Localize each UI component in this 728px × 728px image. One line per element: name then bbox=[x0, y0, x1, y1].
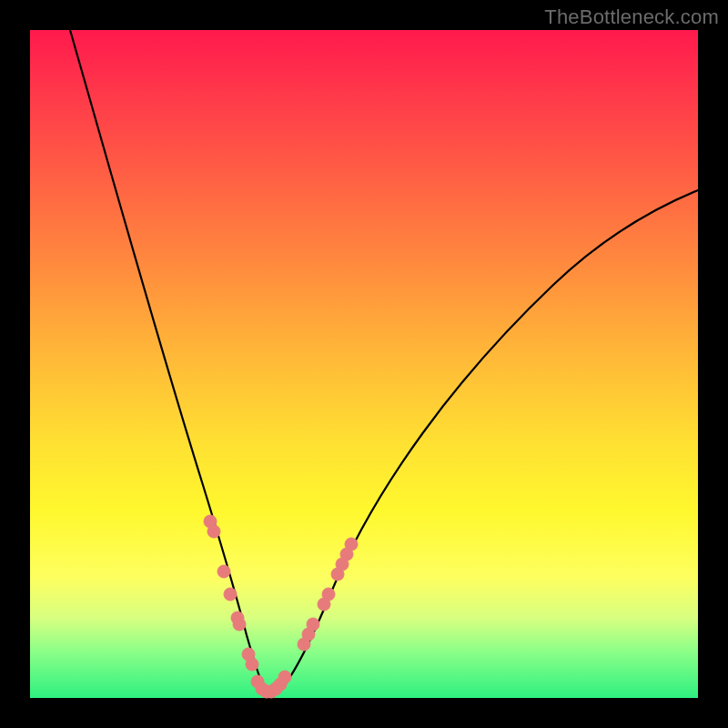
datapoint-markers bbox=[204, 515, 358, 698]
svg-point-19 bbox=[322, 588, 335, 601]
svg-point-5 bbox=[233, 618, 246, 631]
svg-point-3 bbox=[224, 588, 237, 601]
svg-point-1 bbox=[207, 525, 220, 538]
watermark-text: TheBottleneck.com bbox=[544, 5, 719, 29]
svg-point-17 bbox=[307, 618, 319, 631]
chart-svg bbox=[30, 30, 698, 698]
chart-stage: TheBottleneck.com bbox=[0, 0, 728, 728]
svg-point-14 bbox=[278, 671, 291, 683]
svg-point-23 bbox=[345, 538, 358, 551]
bottleneck-curve bbox=[70, 30, 698, 694]
svg-point-2 bbox=[217, 565, 230, 578]
svg-point-7 bbox=[246, 658, 258, 671]
chart-plot-area bbox=[30, 30, 698, 698]
